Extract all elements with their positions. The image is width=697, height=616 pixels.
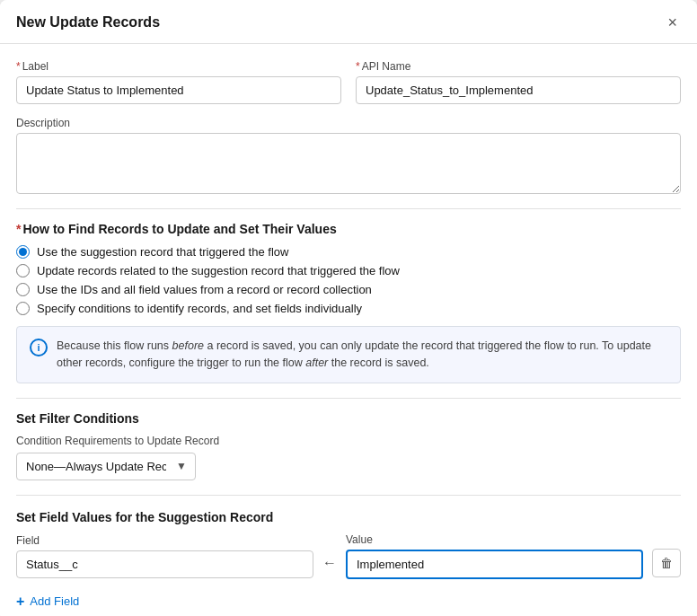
radio-input-1[interactable] — [16, 264, 30, 277]
arrow-right-icon: ← — [322, 555, 337, 571]
description-group: Description — [16, 117, 681, 194]
condition-select[interactable]: None—Always Update Record All Conditions… — [16, 453, 196, 480]
radio-input-0[interactable] — [16, 245, 30, 259]
description-input[interactable] — [16, 133, 681, 194]
radio-option-0[interactable]: Use the suggestion record that triggered… — [16, 245, 681, 259]
divider-2 — [16, 398, 681, 399]
add-field-button[interactable]: + Add Field — [16, 590, 79, 617]
filter-heading: Set Filter Conditions — [16, 411, 681, 426]
api-name-group: *API Name — [356, 60, 681, 104]
divider-3 — [16, 495, 681, 496]
field-input[interactable] — [16, 550, 313, 578]
api-name-input[interactable] — [356, 76, 681, 104]
api-required-star: * — [356, 60, 360, 73]
divider-1 — [16, 208, 681, 209]
how-to-find-heading: *How to Find Records to Update and Set T… — [16, 222, 681, 236]
condition-requirements-label: Condition Requirements to Update Record — [16, 435, 681, 447]
info-box: i Because this flow runs before a record… — [16, 326, 681, 383]
label-group: *Label — [16, 60, 341, 104]
field-values-heading: Set Field Values for the Suggestion Reco… — [16, 510, 681, 524]
modal-header: New Update Records × — [0, 0, 697, 44]
label-required-star: * — [16, 60, 21, 73]
radio-input-2[interactable] — [16, 283, 30, 296]
label-api-row: *Label *API Name — [16, 60, 681, 104]
radio-option-1[interactable]: Update records related to the suggestion… — [16, 264, 681, 277]
how-to-find-section: *How to Find Records to Update and Set T… — [16, 222, 681, 383]
filter-conditions-section: Set Filter Conditions Condition Requirem… — [16, 411, 681, 480]
radio-option-2[interactable]: Use the IDs and all field values from a … — [16, 283, 681, 296]
value-col-label: Value — [346, 533, 643, 546]
label-field-label: *Label — [16, 60, 341, 73]
radio-input-3[interactable] — [16, 302, 30, 315]
modal-body: *Label *API Name Description *How to Fin… — [0, 44, 697, 616]
api-name-label: *API Name — [356, 60, 681, 73]
field-col: Field — [16, 534, 313, 578]
info-icon: i — [30, 339, 48, 356]
field-col-label: Field — [16, 534, 313, 547]
radio-group: Use the suggestion record that triggered… — [16, 245, 681, 315]
field-values-section: Set Field Values for the Suggestion Reco… — [16, 510, 681, 617]
description-label: Description — [16, 117, 681, 129]
modal-title: New Update Records — [16, 14, 160, 31]
trash-icon: 🗑 — [660, 556, 673, 570]
modal: New Update Records × *Label *API Name De… — [0, 0, 697, 616]
radio-option-3[interactable]: Specify conditions to identify records, … — [16, 302, 681, 315]
value-col: Value — [346, 533, 643, 579]
how-to-find-star: * — [16, 222, 21, 236]
info-text: Because this flow runs before a record i… — [57, 338, 667, 372]
close-button[interactable]: × — [664, 13, 681, 32]
delete-row-button[interactable]: 🗑 — [652, 549, 681, 577]
plus-icon: + — [16, 594, 24, 610]
value-input[interactable] — [346, 550, 643, 579]
condition-select-wrapper: None—Always Update Record All Conditions… — [16, 453, 196, 480]
label-input[interactable] — [16, 76, 341, 104]
field-value-row: Field ← Value 🗑 — [16, 533, 681, 579]
